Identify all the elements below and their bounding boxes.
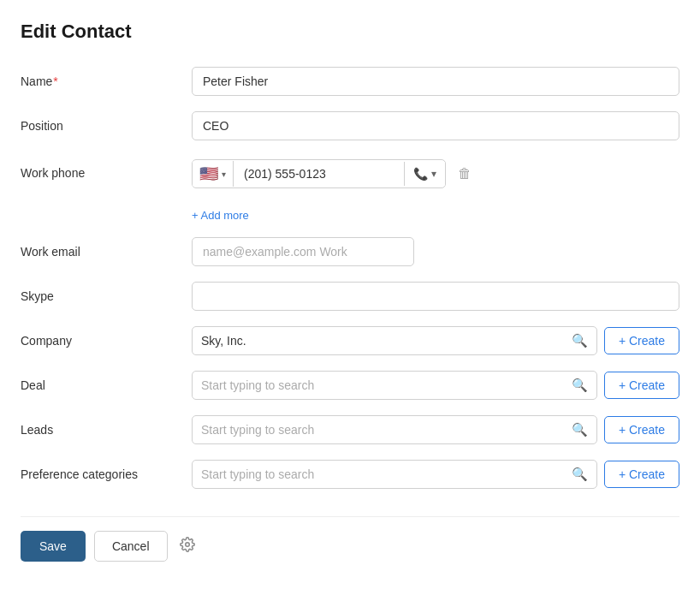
chevron-down-icon: ▾: [222, 170, 226, 179]
leads-row: Leads 🔍 + Create: [21, 415, 679, 444]
cancel-button[interactable]: Cancel: [94, 531, 168, 562]
work-phone-label: Work phone: [21, 159, 192, 180]
deal-create-button[interactable]: + Create: [604, 372, 679, 399]
delete-phone-button[interactable]: 🗑: [453, 163, 477, 185]
position-input[interactable]: [192, 111, 679, 140]
phone-icon: 📞: [413, 167, 428, 181]
work-email-field: [192, 237, 679, 266]
preference-categories-field-group: 🔍 + Create: [192, 460, 679, 489]
skype-label: Skype: [21, 289, 192, 303]
leads-label: Leads: [21, 423, 192, 437]
name-row: Name*: [21, 67, 679, 96]
company-input[interactable]: [201, 334, 567, 348]
add-more-link[interactable]: + Add more: [192, 209, 249, 222]
save-button[interactable]: Save: [21, 531, 86, 562]
flag-emoji: 🇺🇸: [199, 166, 218, 181]
work-phone-row: Work phone 🇺🇸 ▾ 📞 ▾ 🗑: [21, 156, 679, 188]
name-label: Name*: [21, 74, 192, 88]
search-icon: 🔍: [572, 467, 588, 482]
name-field: [192, 67, 679, 96]
search-icon: 🔍: [572, 422, 588, 437]
company-create-button[interactable]: + Create: [604, 327, 679, 354]
work-email-row: Work email: [21, 237, 679, 266]
gear-icon: [180, 537, 195, 552]
deal-label: Deal: [21, 378, 192, 392]
svg-point-0: [185, 542, 189, 546]
phone-number-input[interactable]: [234, 160, 404, 187]
search-icon: 🔍: [572, 378, 588, 393]
form-footer: Save Cancel: [21, 516, 679, 562]
position-field: [192, 111, 679, 140]
work-email-label: Work email: [21, 245, 192, 259]
work-email-input[interactable]: [192, 237, 414, 266]
leads-search-group: 🔍: [192, 415, 597, 444]
company-row: Company 🔍 + Create: [21, 326, 679, 355]
phone-type-selector[interactable]: 📞 ▾: [404, 162, 445, 186]
company-search-group: 🔍: [192, 326, 597, 355]
add-more-row: + Add more: [21, 204, 679, 222]
skype-field: [192, 282, 679, 311]
leads-field-group: 🔍 + Create: [192, 415, 679, 444]
deal-row: Deal 🔍 + Create: [21, 371, 679, 400]
preference-categories-input[interactable]: [201, 467, 567, 481]
preference-categories-label: Preference categories: [21, 467, 192, 481]
position-row: Position: [21, 111, 679, 140]
skype-row: Skype: [21, 282, 679, 311]
deal-search-group: 🔍: [192, 371, 597, 400]
position-label: Position: [21, 119, 192, 133]
settings-button[interactable]: [176, 533, 199, 560]
preference-categories-row: Preference categories 🔍 + Create: [21, 460, 679, 489]
company-label: Company: [21, 334, 192, 348]
preference-categories-search-group: 🔍: [192, 460, 597, 489]
company-field-group: 🔍 + Create: [192, 326, 679, 355]
phone-type-label: ▾: [431, 168, 436, 180]
deal-input[interactable]: [201, 378, 567, 392]
preference-categories-create-button[interactable]: + Create: [604, 461, 679, 488]
work-phone-field: 🇺🇸 ▾ 📞 ▾ 🗑: [192, 159, 679, 188]
deal-field-group: 🔍 + Create: [192, 371, 679, 400]
search-icon: 🔍: [572, 333, 588, 348]
leads-create-button[interactable]: + Create: [604, 416, 679, 443]
name-input[interactable]: [192, 67, 679, 96]
leads-input[interactable]: [201, 423, 567, 437]
phone-input-group: 🇺🇸 ▾ 📞 ▾: [192, 159, 446, 188]
page-title: Edit Contact: [21, 21, 679, 43]
skype-input[interactable]: [192, 282, 679, 311]
flag-selector[interactable]: 🇺🇸 ▾: [193, 161, 234, 187]
